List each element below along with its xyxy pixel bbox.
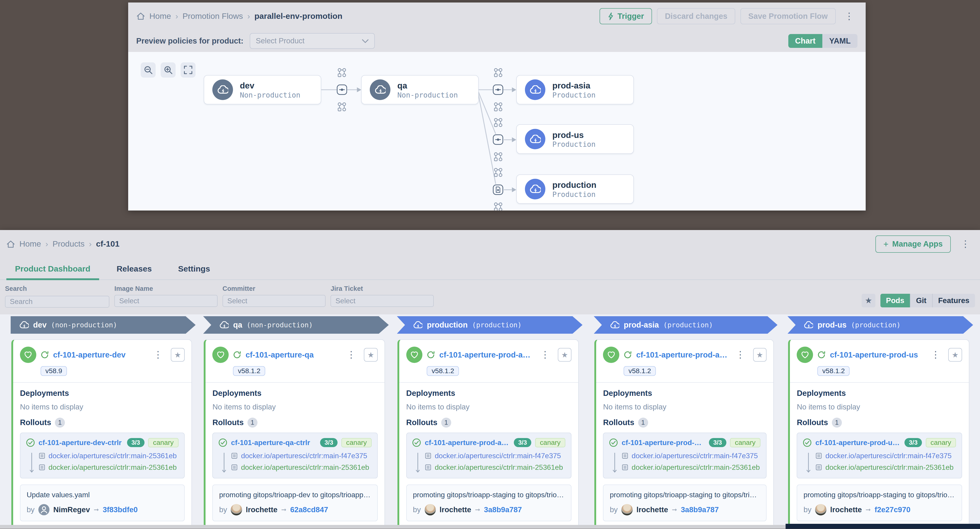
deployments-heading: Deployments xyxy=(797,389,962,398)
favorite-star-button[interactable]: ★ xyxy=(364,348,378,362)
card-more-options-icon[interactable]: ⋮ xyxy=(150,350,166,359)
image-link[interactable]: docker.io/aperturesci/ctrlr:main-f47e375 xyxy=(435,452,561,460)
sync-icon xyxy=(233,351,241,359)
environment-node-dev[interactable]: dev Non-production xyxy=(204,75,321,104)
image-link[interactable]: docker.io/aperturesci/ctrlr:main-25361eb xyxy=(825,463,953,472)
discard-changes-button[interactable]: Discard changes xyxy=(657,8,735,24)
workflow-placeholder-icon[interactable] xyxy=(337,68,347,78)
rollouts-count-badge: 1 xyxy=(638,418,648,427)
environment-node-qa[interactable]: qa Non-production xyxy=(361,75,479,104)
promotion-gate-icon[interactable] xyxy=(493,84,503,95)
image-link[interactable]: docker.io/aperturesci/ctrlr:main-f47e375 xyxy=(825,452,951,460)
card-more-options-icon[interactable]: ⋮ xyxy=(732,350,749,359)
workflow-placeholder-icon[interactable] xyxy=(493,118,503,127)
environment-type: (non-production) xyxy=(51,321,117,329)
application-link[interactable]: cf-101-aperture-prod-asia xyxy=(636,351,727,359)
promotion-gate-icon[interactable] xyxy=(493,134,503,145)
workflow-placeholder-icon[interactable] xyxy=(493,68,503,78)
environments-board: dev (non-production) cf-101-aperture-dev… xyxy=(0,315,980,529)
fullscreen-button[interactable] xyxy=(181,62,196,77)
flow-canvas[interactable]: dev Non-production qa Non-production pro… xyxy=(128,52,865,211)
favorite-star-button[interactable]: ★ xyxy=(558,348,571,362)
workflow-placeholder-icon[interactable] xyxy=(493,102,503,112)
rollout-item: cf-101-aperture-qa-ctrlr 3/3 canary dock… xyxy=(212,432,377,478)
committer-select[interactable]: Select xyxy=(223,295,326,307)
view-features[interactable]: Features xyxy=(932,294,975,307)
application-link[interactable]: cf-101-aperture-dev xyxy=(53,351,145,359)
environment-node-prod-us[interactable]: prod-us Production xyxy=(516,124,634,154)
rollout-link[interactable]: cf-101-aperture-qa-ctrlr xyxy=(231,438,316,447)
image-link[interactable]: docker.io/aperturesci/ctrlr:main-25361eb xyxy=(632,463,760,472)
commit-hash-link[interactable]: f2e27c970 xyxy=(875,505,910,514)
version-badge: v58.1.2 xyxy=(233,366,265,376)
breadcrumb-products[interactable]: Products xyxy=(52,239,84,249)
card-more-options-icon[interactable]: ⋮ xyxy=(536,350,553,359)
more-options-icon[interactable]: ⋮ xyxy=(841,11,858,21)
image-link[interactable]: docker.io/aperturesci/ctrlr:main-25361eb xyxy=(241,463,369,472)
toggle-yaml[interactable]: YAML xyxy=(822,34,858,48)
image-link[interactable]: docker.io/aperturesci/ctrlr:main-f47e375 xyxy=(632,452,758,460)
zoom-out-button[interactable] xyxy=(141,62,156,77)
environment-column-header[interactable]: dev (non-production) xyxy=(11,316,196,334)
tab-releases[interactable]: Releases xyxy=(108,258,161,280)
commit-hash-link[interactable]: 3a8b9a787 xyxy=(484,505,522,514)
environment-column-header[interactable]: prod-asia (production) xyxy=(594,316,778,334)
commit-hash-link[interactable]: 3a8b9a787 xyxy=(681,505,719,514)
product-select[interactable]: Select Product xyxy=(250,33,375,49)
tab-settings[interactable]: Settings xyxy=(169,258,219,280)
card-more-options-icon[interactable]: ⋮ xyxy=(927,350,944,359)
rollout-link[interactable]: cf-101-aperture-dev-ctrlr xyxy=(38,438,123,447)
environment-type: (non-production) xyxy=(247,321,313,329)
container-icon xyxy=(622,452,628,459)
rollout-link[interactable]: cf-101-aperture-prod-asia-ctrlr xyxy=(622,438,705,447)
image-link[interactable]: docker.io/aperturesci/ctrlr:main-25361eb xyxy=(49,463,177,472)
breadcrumb-home[interactable]: Home xyxy=(19,239,41,249)
breadcrumb-promotion-flows[interactable]: Promotion Flows xyxy=(182,11,243,21)
home-icon[interactable] xyxy=(136,12,145,21)
manage-apps-button[interactable]: + Manage Apps xyxy=(875,235,951,253)
rollout-link[interactable]: cf-101-aperture-prod-asia-ctrlr xyxy=(425,438,510,447)
application-link[interactable]: cf-101-aperture-qa xyxy=(245,351,338,359)
save-promotion-flow-button[interactable]: Save Promotion Flow xyxy=(740,8,836,24)
environment-column-header[interactable]: production (production) xyxy=(397,316,582,334)
image-name-select[interactable]: Select xyxy=(115,295,218,307)
jira-ticket-select[interactable]: Select xyxy=(331,295,434,307)
favorites-filter-button[interactable]: ★ xyxy=(862,294,875,308)
application-link[interactable]: cf-101-aperture-prod-asia xyxy=(439,351,533,359)
image-link[interactable]: docker.io/aperturesci/ctrlr:main-f47e375 xyxy=(241,452,367,460)
workflow-placeholder-icon[interactable] xyxy=(493,152,503,162)
environment-node-production[interactable]: production Production xyxy=(516,175,634,204)
environment-column-header[interactable]: qa (non-production) xyxy=(203,316,388,334)
promotion-policy-step-icon[interactable] xyxy=(493,184,503,195)
commit-hash-link[interactable]: 62a8cd847 xyxy=(290,505,328,514)
divider xyxy=(790,382,969,383)
home-icon[interactable] xyxy=(6,240,15,249)
workflow-placeholder-icon[interactable] xyxy=(493,202,503,211)
image-link[interactable]: docker.io/aperturesci/ctrlr:main-25361eb xyxy=(49,452,177,460)
search-input[interactable] xyxy=(5,296,109,308)
more-options-icon[interactable]: ⋮ xyxy=(957,239,974,249)
card-more-options-icon[interactable]: ⋮ xyxy=(343,350,360,359)
view-pods[interactable]: Pods xyxy=(880,294,910,307)
favorite-star-button[interactable]: ★ xyxy=(948,348,962,362)
promotion-gate-icon[interactable] xyxy=(337,84,347,95)
workflow-placeholder-icon[interactable] xyxy=(337,102,347,112)
favorite-star-button[interactable]: ★ xyxy=(171,348,185,362)
rollout-link[interactable]: cf-101-aperture-prod-us-ctrlr xyxy=(815,438,900,447)
trigger-button[interactable]: Trigger xyxy=(600,8,652,24)
breadcrumb-home[interactable]: Home xyxy=(149,11,171,21)
environment-node-prod-asia[interactable]: prod-asia Production xyxy=(516,75,634,104)
breadcrumb: Home Products cf-101 xyxy=(6,239,119,249)
commit-hash-link[interactable]: 3f83bdfe0 xyxy=(103,505,138,514)
workflow-placeholder-icon[interactable] xyxy=(493,167,503,177)
view-git[interactable]: Git xyxy=(910,294,932,307)
favorite-star-button[interactable]: ★ xyxy=(753,348,767,362)
promotion-flow-header: Home Promotion Flows parallel-env-promot… xyxy=(128,3,865,30)
environment-column-header[interactable]: prod-us (production) xyxy=(788,316,973,334)
toggle-chart[interactable]: Chart xyxy=(788,34,822,48)
environment-cloud-icon xyxy=(610,321,619,329)
tab-product-dashboard[interactable]: Product Dashboard xyxy=(6,258,99,280)
application-link[interactable]: cf-101-aperture-prod-us xyxy=(830,351,923,359)
image-link[interactable]: docker.io/aperturesci/ctrlr:main-25361eb xyxy=(435,463,563,472)
zoom-in-button[interactable] xyxy=(161,62,176,77)
